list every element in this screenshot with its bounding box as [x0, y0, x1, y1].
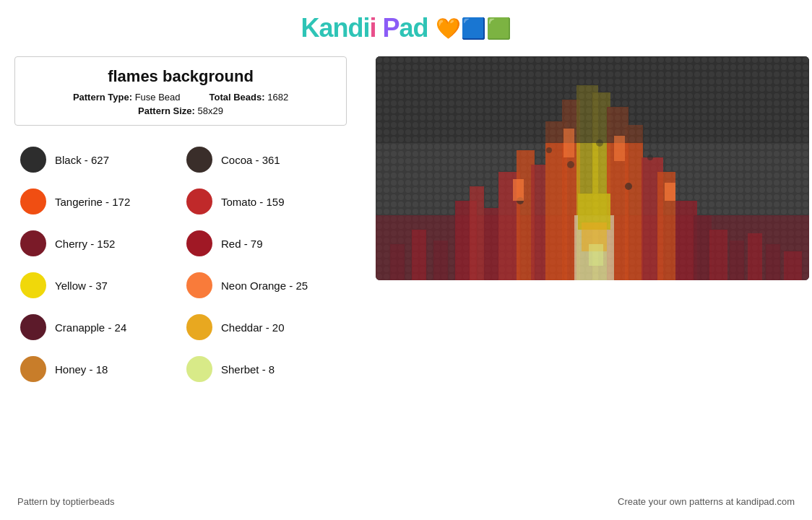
pattern-type: Pattern Type: Fuse Bead [73, 92, 181, 103]
color-swatch [20, 147, 46, 173]
info-box: flames background Pattern Type: Fuse Bea… [14, 56, 347, 126]
svg-rect-41 [665, 183, 675, 201]
color-item: Cheddar - 20 [181, 306, 347, 348]
color-label: Tomato - 159 [221, 196, 285, 208]
color-label: Black - 627 [55, 154, 109, 166]
color-item: Red - 79 [181, 222, 347, 264]
color-item: Black - 627 [14, 139, 181, 181]
svg-point-38 [546, 147, 552, 153]
color-swatch [186, 314, 212, 340]
color-swatch [186, 272, 212, 298]
svg-point-39 [647, 155, 653, 160]
logo-icons: 🧡🟦🟩 [436, 17, 511, 40]
color-label: Tangerine - 172 [55, 196, 130, 208]
color-label: Cherry - 152 [55, 238, 115, 250]
left-panel: flames background Pattern Type: Fuse Bea… [0, 51, 361, 390]
color-label: Sherbet - 8 [221, 363, 275, 376]
color-label: Red - 79 [221, 238, 263, 250]
color-swatch [20, 230, 46, 256]
logo: Kandii Pad [301, 13, 428, 43]
info-row-2: Pattern Size: 58x29 [28, 105, 333, 116]
color-list: Black - 627Cocoa - 361Tangerine - 172Tom… [14, 139, 347, 390]
color-item: Cocoa - 361 [181, 139, 347, 181]
pattern-preview [376, 56, 809, 280]
color-label: Cocoa - 361 [221, 154, 280, 166]
color-item: Neon Orange - 25 [181, 264, 347, 306]
svg-point-35 [567, 161, 574, 168]
color-label: Cheddar - 20 [221, 321, 285, 334]
color-swatch [20, 356, 46, 382]
color-item: Cherry - 152 [14, 222, 181, 264]
svg-point-37 [596, 139, 603, 147]
color-label: Yellow - 37 [55, 280, 108, 292]
color-swatch [186, 188, 212, 214]
logo-kandi: Kandi [301, 13, 369, 43]
pattern-title: flames background [28, 67, 333, 86]
footer: Pattern by toptierbeads Create your own … [0, 496, 812, 507]
color-swatch [20, 188, 46, 214]
pattern-size: Pattern Size: 58x29 [138, 105, 223, 116]
svg-rect-43 [614, 136, 625, 161]
svg-rect-42 [563, 129, 574, 157]
color-swatch [20, 272, 46, 298]
color-swatch [186, 356, 212, 382]
color-item: Cranapple - 24 [14, 306, 181, 348]
color-swatch [20, 314, 46, 340]
flame-svg [376, 56, 809, 280]
svg-rect-33 [376, 56, 809, 143]
info-row: Pattern Type: Fuse Bead Total Beads: 168… [28, 92, 333, 103]
footer-right: Create your own patterns at kandipad.com [618, 496, 795, 507]
logo-i: i [369, 13, 376, 43]
color-item: Tangerine - 172 [14, 181, 181, 222]
color-swatch [186, 230, 212, 256]
color-label: Neon Orange - 25 [221, 280, 308, 292]
svg-rect-45 [589, 244, 603, 266]
color-label: Honey - 18 [55, 363, 108, 376]
logo-pad: P [383, 13, 399, 43]
color-label: Cranapple - 24 [55, 321, 126, 334]
color-swatch [186, 147, 212, 173]
color-item: Tomato - 159 [181, 181, 347, 222]
color-item: Yellow - 37 [14, 264, 181, 306]
logo-pad2: ad [399, 13, 428, 43]
svg-rect-40 [513, 179, 524, 201]
svg-point-36 [625, 183, 632, 190]
main-content: flames background Pattern Type: Fuse Bea… [0, 51, 812, 390]
footer-left: Pattern by toptierbeads [17, 496, 114, 507]
color-item: Honey - 18 [14, 348, 181, 390]
header: Kandii Pad 🧡🟦🟩 [0, 0, 812, 51]
color-item: Sherbet - 8 [181, 348, 347, 390]
total-beads: Total Beads: 1682 [210, 92, 289, 103]
